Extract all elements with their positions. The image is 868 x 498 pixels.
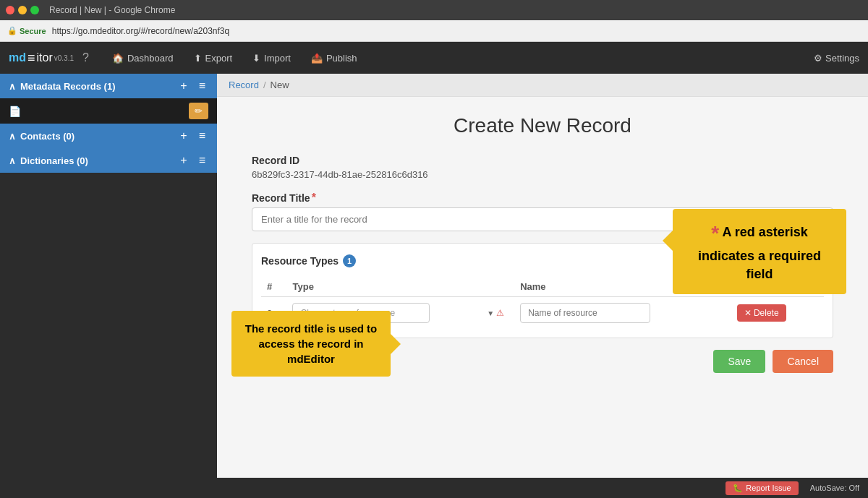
delete-button[interactable]: ✕ Delete <box>737 304 786 322</box>
record-id-group: Record ID 6b829fc3-2317-44db-81ae-252816… <box>252 155 833 180</box>
record-id-label: Record ID <box>252 155 833 166</box>
brand-editor: itor <box>37 51 53 64</box>
cancel-button[interactable]: Cancel <box>773 350 833 373</box>
sidebar-dictionaries-menu[interactable]: ≡ <box>196 154 208 167</box>
callout-title: The record title is used to access the r… <box>231 311 391 377</box>
caret-icon: ▼ <box>487 309 494 317</box>
autosave-status: AutoSave: Off <box>810 484 859 492</box>
bottom-bar: 🐛 Report Issue AutoSave: Off <box>0 478 868 498</box>
col-hash: # <box>261 277 286 297</box>
main-area: ∧ Metadata Records (1) + ≡ 📄 ✏ ∧ Contact… <box>0 74 868 478</box>
breadcrumb-new: New <box>271 80 289 90</box>
dashboard-link[interactable]: 🏠 Dashboard <box>103 48 182 68</box>
help-button[interactable]: ? <box>82 51 89 64</box>
brand-md: md <box>9 51 26 64</box>
report-issue-button[interactable]: 🐛 Report Issue <box>726 481 798 495</box>
sidebar-contacts-actions: + ≡ <box>177 129 208 142</box>
red-asterisk-icon: * <box>711 222 719 244</box>
urlbar: 🔒 Secure https://go.mdeditor.org/#/recor… <box>0 20 868 42</box>
required-asterisk: * <box>312 192 316 204</box>
brand: md≡itorv0.3.1 <box>9 51 74 66</box>
breadcrumb: Record / New <box>217 74 868 97</box>
brand-version: v0.3.1 <box>54 54 74 62</box>
sidebar-contacts-add[interactable]: + <box>177 129 190 142</box>
sidebar-metadata-actions: + ≡ <box>177 80 208 93</box>
form-title: Create New Record <box>252 114 833 137</box>
file-icon: 📄 <box>9 106 21 117</box>
breadcrumb-record[interactable]: Record <box>229 80 259 90</box>
sidebar-metadata-add[interactable]: + <box>177 80 190 93</box>
sidebar-dictionaries-add[interactable]: + <box>177 154 190 167</box>
sidebar-contacts-menu[interactable]: ≡ <box>196 129 208 142</box>
sidebar-metadata-item[interactable]: 📄 ✏ <box>0 98 217 124</box>
record-id-value: 6b829fc3-2317-44db-81ae-252816c6d316 <box>252 169 833 180</box>
sidebar-contacts-label: ∧ Contacts (0) <box>9 131 75 142</box>
sidebar-metadata-label: ∧ Metadata Records (1) <box>9 81 115 92</box>
window-title: Record | New | - Google Chrome <box>49 5 175 15</box>
callout-title-text: The record title is used to access the r… <box>245 322 378 365</box>
sidebar-dictionaries[interactable]: ∧ Dictionaries (0) + ≡ <box>0 148 217 173</box>
sidebar: ∧ Metadata Records (1) + ≡ 📄 ✏ ∧ Contact… <box>0 74 217 478</box>
resource-name-input[interactable] <box>520 303 650 323</box>
sidebar-metadata-records[interactable]: ∧ Metadata Records (1) + ≡ <box>0 74 217 98</box>
settings-link[interactable]: ⚙ Settings <box>814 53 859 64</box>
top-nav: md≡itorv0.3.1 ? 🏠 Dashboard ⬆ Export ⬇ I… <box>0 42 868 74</box>
nav-links: 🏠 Dashboard ⬆ Export ⬇ Import 📤 Publish <box>103 48 814 68</box>
record-title-label: Record Title* <box>252 192 833 205</box>
col-type: Type <box>286 277 514 297</box>
secure-badge: 🔒 Secure <box>7 26 46 35</box>
callout-required: * A red asterisk indicates a required fi… <box>673 209 846 294</box>
sidebar-metadata-menu[interactable]: ≡ <box>196 80 208 93</box>
sidebar-dictionaries-label: ∧ Dictionaries (0) <box>9 155 88 166</box>
warning-icon: ⚠ <box>496 308 504 318</box>
row-delete-cell: ✕ Delete <box>731 297 824 330</box>
sidebar-dictionaries-actions: + ≡ <box>177 154 208 167</box>
bug-icon: 🐛 <box>733 484 743 493</box>
nav-left: md≡itorv0.3.1 ? 🏠 Dashboard ⬆ Export ⬇ I… <box>9 48 814 68</box>
minimize-dot[interactable] <box>18 6 27 14</box>
resource-types-badge: 1 <box>343 254 356 267</box>
export-link[interactable]: ⬆ Export <box>185 48 242 68</box>
window-controls <box>6 6 39 14</box>
resource-types-title: Resource Types 1 <box>261 254 356 267</box>
save-button[interactable]: Save <box>713 350 765 373</box>
sidebar-contacts[interactable]: ∧ Contacts (0) + ≡ <box>0 124 217 148</box>
brand-editor-icon: ≡ <box>27 51 35 66</box>
url-text: https://go.mdeditor.org/#/record/new/a20… <box>52 26 230 36</box>
close-dot[interactable] <box>6 6 14 14</box>
import-link[interactable]: ⬇ Import <box>244 48 299 68</box>
maximize-dot[interactable] <box>30 6 39 14</box>
content-panel: Record / New Create New Record Record ID… <box>217 74 868 478</box>
titlebar: Record | New | - Google Chrome <box>0 0 868 20</box>
breadcrumb-separator: / <box>263 80 266 90</box>
publish-link[interactable]: 📤 Publish <box>302 48 366 68</box>
app: md≡itorv0.3.1 ? 🏠 Dashboard ⬆ Export ⬇ I… <box>0 42 868 498</box>
edit-record-button[interactable]: ✏ <box>189 103 208 119</box>
form-area: Create New Record Record ID 6b829fc3-231… <box>217 97 868 478</box>
row-name-cell <box>514 297 731 330</box>
